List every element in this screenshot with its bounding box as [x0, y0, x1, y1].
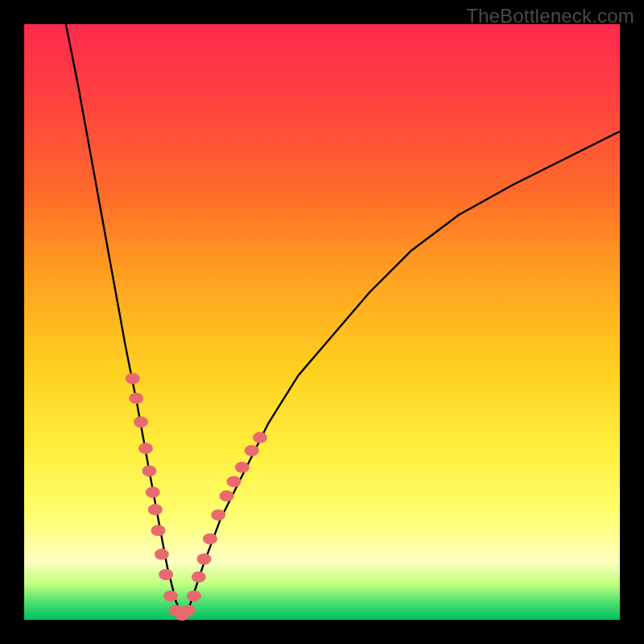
curve-marker — [142, 465, 156, 477]
curve-marker — [129, 393, 143, 404]
curve-marker — [220, 490, 234, 502]
curve-marker — [163, 590, 178, 601]
curve-marker — [227, 476, 242, 487]
curve-marker — [155, 549, 169, 560]
chart-svg — [24, 24, 620, 620]
bottleneck-curve — [66, 24, 620, 620]
outer-frame: TheBottleneck.com — [0, 0, 644, 644]
curve-marker — [138, 443, 153, 454]
curve-marker — [245, 445, 259, 456]
curve-marker — [253, 432, 267, 444]
curve-marker — [197, 554, 212, 565]
curve-marker — [235, 462, 250, 473]
curve-marker — [181, 605, 196, 616]
curve-marker — [126, 373, 140, 384]
curve-marker — [151, 525, 166, 536]
curve-marker — [187, 590, 201, 601]
curve-marker — [192, 572, 206, 583]
curve-marker — [211, 510, 225, 521]
curve-marker — [148, 504, 163, 515]
plot-area — [24, 24, 620, 620]
curve-marker — [203, 533, 217, 544]
curve-marker — [159, 569, 173, 580]
curve-marker — [146, 487, 160, 498]
curve-marker — [134, 416, 148, 427]
